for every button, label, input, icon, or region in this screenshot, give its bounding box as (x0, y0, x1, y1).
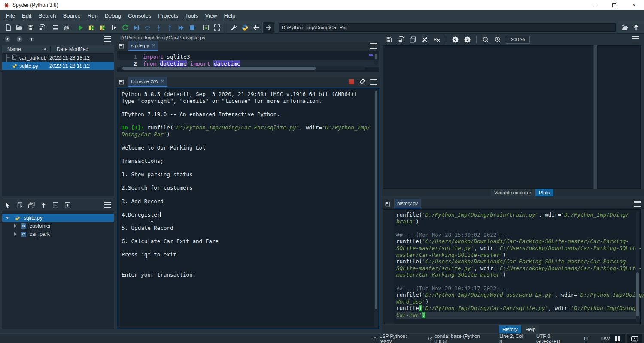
minimize-button[interactable] (585, 0, 605, 10)
step-over-icon[interactable] (142, 22, 153, 33)
menu-view[interactable]: View (201, 11, 220, 20)
file-row-sqlite-py[interactable]: sqlite.py 2022-11-28 18:12 (2, 62, 114, 70)
outline-item-customer[interactable]: C customer (2, 222, 114, 230)
console-scrollbar[interactable] (374, 90, 378, 327)
editor-horizontal-scrollbar[interactable] (121, 66, 365, 70)
plots-options-menu-icon[interactable] (632, 36, 639, 42)
editor-tab-sqlite-py[interactable]: sqlite.py× (128, 41, 158, 51)
editor-vertical-scrollbar[interactable] (374, 53, 378, 65)
circle-up-icon[interactable] (26, 34, 37, 44)
files-options-menu-icon[interactable] (104, 36, 111, 42)
console-tab[interactable]: Console 2/A× (128, 77, 167, 87)
menu-source[interactable]: Source (60, 11, 84, 20)
up-arrow-icon[interactable] (38, 200, 49, 210)
browse-tabs-icon[interactable] (382, 200, 393, 208)
menu-consoles[interactable]: Consoles (125, 11, 155, 20)
console-area[interactable]: Python 3.8.5 (default, Sep 3 2020, 21:29… (117, 88, 379, 329)
tab-variable-explorer[interactable]: Variable explorer (491, 189, 535, 196)
collapsed-arrow-icon[interactable] (14, 232, 17, 236)
restore-button[interactable] (605, 0, 624, 10)
step-return-icon[interactable] (164, 22, 175, 33)
history-scrollbar[interactable] (636, 211, 639, 322)
collapsed-arrow-icon[interactable] (14, 224, 17, 228)
close-tab-icon[interactable]: × (161, 78, 164, 84)
circle-next-icon[interactable] (14, 34, 25, 44)
history-tab[interactable]: history.py (394, 199, 421, 208)
menu-help[interactable]: Help (220, 11, 239, 20)
save-icon[interactable] (383, 34, 394, 45)
outline-options-menu-icon[interactable] (104, 202, 111, 208)
zoom-in-icon[interactable] (492, 34, 503, 45)
menu-file[interactable]: File (3, 11, 18, 20)
menu-edit[interactable]: Edit (18, 11, 35, 20)
menu-debug[interactable]: Debug (101, 11, 125, 20)
panel-view-button[interactable] (627, 334, 642, 343)
stack-icon[interactable] (14, 200, 25, 210)
outline-item-sqlite-py[interactable]: sqlite.py (2, 214, 114, 222)
back-icon[interactable] (250, 22, 261, 33)
forward-icon[interactable] (262, 22, 274, 33)
zoom-level[interactable]: 200 % (506, 36, 530, 44)
interrupt-kernel-icon[interactable] (346, 76, 357, 87)
copy-icon[interactable] (407, 34, 418, 45)
close-button[interactable]: × (624, 0, 644, 10)
stack2-icon[interactable] (26, 200, 37, 210)
menu-run[interactable]: Run (84, 11, 101, 20)
browse-tabs-icon[interactable] (116, 78, 127, 87)
editor-code-area[interactable]: 1import sqlite32from datetime import dat… (117, 51, 379, 72)
file-row-car-park-db[interactable]: car_park.db 2022-11-28 18:12 (2, 54, 114, 62)
run-cell-advance-icon[interactable] (97, 22, 108, 33)
run-icon[interactable] (75, 22, 86, 33)
menu-tools[interactable]: Tools (182, 11, 201, 20)
clear-console-icon[interactable] (357, 76, 368, 87)
stop-icon[interactable] (186, 22, 197, 33)
python-env-icon[interactable] (239, 22, 250, 33)
zoom-out-icon[interactable] (480, 34, 491, 45)
code-line: ## ---(Mon Nov 28 15:00:02 2022)--- (396, 232, 640, 238)
close-all-icon[interactable] (431, 34, 442, 45)
tab-help[interactable]: Help (522, 325, 539, 333)
save-icon[interactable] (25, 22, 36, 33)
pause-button[interactable] (610, 334, 625, 343)
browse-directory-icon[interactable] (619, 22, 630, 33)
circle-prev-light-icon[interactable] (450, 34, 461, 45)
run-cell-icon[interactable] (86, 22, 97, 33)
pointer-icon[interactable] (2, 200, 13, 210)
continue-icon[interactable] (175, 22, 186, 33)
editor-options-menu-icon[interactable] (370, 43, 377, 49)
expand-icon[interactable] (62, 200, 73, 210)
fullscreen-icon[interactable] (211, 22, 222, 33)
tab-plots[interactable]: Plots (535, 189, 553, 196)
close-tab-icon[interactable]: × (152, 42, 155, 48)
new-file-icon[interactable] (3, 22, 14, 33)
save-all-icon[interactable] (36, 22, 47, 33)
editor-line[interactable]: 1import sqlite3 (117, 54, 379, 60)
plots-splitter[interactable] (594, 45, 597, 189)
parent-directory-icon[interactable] (630, 22, 641, 33)
run-selection-icon[interactable] (108, 22, 119, 33)
step-into-icon[interactable] (153, 22, 164, 33)
console-options-menu-icon[interactable] (370, 79, 377, 85)
file-explorer-header[interactable]: Name Date Modified (2, 45, 114, 54)
pages-icon[interactable] (50, 22, 61, 33)
collapse-icon[interactable] (50, 200, 61, 210)
at-symbol-icon[interactable]: @ (61, 22, 72, 33)
circle-next-light-icon[interactable] (462, 34, 473, 45)
debug-icon[interactable] (131, 22, 142, 33)
close-x-icon[interactable] (419, 34, 430, 45)
open-file-icon[interactable] (14, 22, 25, 33)
menu-projects[interactable]: Projects (155, 11, 182, 20)
preferences-icon[interactable] (228, 22, 239, 33)
output-pane-icon[interactable] (200, 22, 211, 33)
outline-item-car-park[interactable]: C car_park (2, 230, 114, 238)
history-options-menu-icon[interactable] (634, 201, 641, 207)
expanded-arrow-icon[interactable] (6, 217, 9, 219)
working-directory-input[interactable] (279, 23, 616, 32)
browse-tabs-icon[interactable] (116, 42, 127, 51)
menu-search[interactable]: Search (35, 11, 59, 20)
tab-history[interactable]: History (499, 325, 521, 333)
circle-prev-icon[interactable] (2, 34, 13, 44)
history-area[interactable]: runfile('D:/Python_Imp/Doing/brain/train… (383, 209, 641, 324)
rerun-icon[interactable] (119, 22, 131, 33)
save-all-icon[interactable] (395, 34, 406, 45)
